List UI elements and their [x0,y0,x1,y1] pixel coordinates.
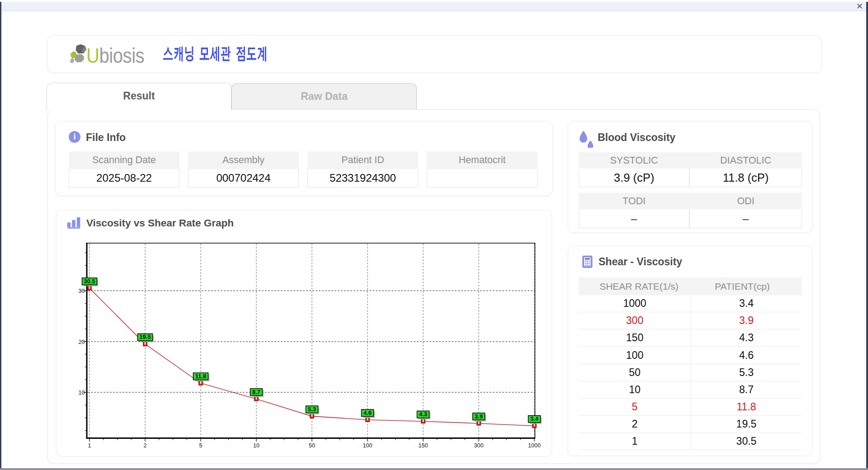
svg-text:1: 1 [88,442,91,449]
svg-text:30.5: 30.5 [84,278,95,285]
svg-text:5: 5 [199,442,203,449]
svg-text:1000: 1000 [528,442,541,449]
svg-text:8.7: 8.7 [252,389,260,395]
svg-text:3.4: 3.4 [530,415,539,422]
svg-text:150: 150 [419,442,428,449]
svg-text:30: 30 [79,288,85,294]
svg-text:20: 20 [79,339,85,345]
svg-text:3.9: 3.9 [475,413,483,420]
svg-text:4.3: 4.3 [419,411,427,418]
svg-text:100: 100 [363,442,373,449]
svg-text:10: 10 [253,442,259,449]
svg-text:2: 2 [144,442,147,449]
svg-text:10: 10 [79,390,85,396]
svg-text:50: 50 [309,442,315,449]
svg-text:5.3: 5.3 [308,406,316,413]
svg-text:300: 300 [474,442,484,449]
svg-text:19.5: 19.5 [139,334,151,340]
svg-text:11.8: 11.8 [195,373,207,380]
svg-text:4.6: 4.6 [363,409,372,416]
